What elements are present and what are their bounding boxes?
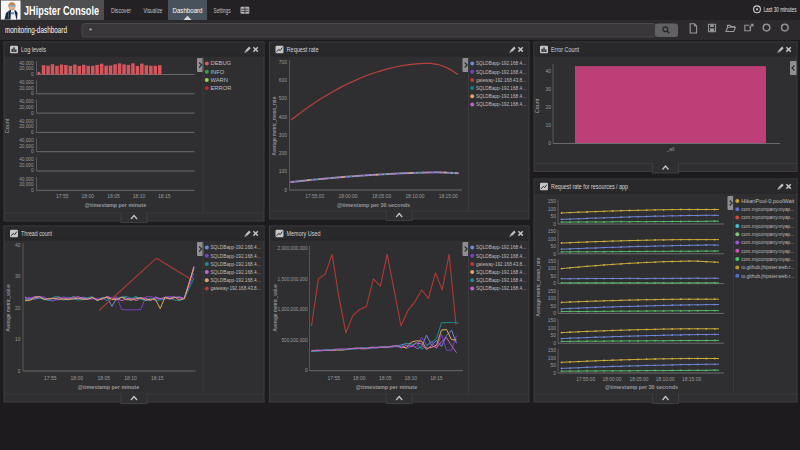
svg-text:DEBUG: DEBUG — [211, 60, 232, 66]
svg-text:17:55: 17:55 — [56, 193, 69, 199]
svg-text:18:00:00: 18:00:00 — [338, 194, 357, 199]
svg-text:Count: Count — [4, 118, 10, 133]
svg-text:150: 150 — [548, 318, 556, 323]
svg-text:0: 0 — [553, 311, 556, 316]
svg-text:200: 200 — [279, 151, 287, 156]
svg-text:_all: _all — [666, 146, 675, 152]
svg-text:17:55: 17:55 — [328, 375, 341, 381]
svg-text:io.github.jhipster.web.r...: io.github.jhipster.web.r... — [741, 273, 794, 279]
svg-text:18:15:00: 18:15:00 — [682, 377, 701, 382]
svg-text:100: 100 — [548, 237, 556, 242]
svg-text:0: 0 — [284, 188, 287, 193]
svg-text:20,000: 20,000 — [19, 144, 34, 149]
svg-text:Dashboard: Dashboard — [173, 7, 203, 14]
svg-text:20,000: 20,000 — [19, 86, 34, 91]
svg-text:150: 150 — [548, 259, 556, 264]
svg-text:0: 0 — [31, 149, 34, 154]
svg-text:Average metric_mean_rate: Average metric_mean_rate — [536, 257, 541, 316]
svg-text:@timestamp per 30 seconds: @timestamp per 30 seconds — [337, 202, 410, 208]
svg-text:SQLDBapp-192.168.4...: SQLDBapp-192.168.4... — [211, 277, 261, 283]
svg-text:18:15: 18:15 — [158, 193, 171, 199]
svg-text:150: 150 — [548, 289, 556, 294]
svg-text:SQLDBapp-192.168.4...: SQLDBapp-192.168.4... — [476, 85, 526, 91]
svg-text:gateway-192.168.43.8...: gateway-192.168.43.8... — [476, 261, 526, 267]
svg-text:SQLDBapp-192.168.4...: SQLDBapp-192.168.4... — [476, 253, 526, 259]
svg-text:40,000: 40,000 — [19, 138, 34, 143]
svg-text:0: 0 — [553, 281, 556, 286]
svg-text:18:00:00: 18:00:00 — [602, 377, 621, 382]
svg-text:20,000: 20,000 — [19, 182, 34, 187]
svg-text:HikariPool-0.poolWait: HikariPool-0.poolWait — [741, 198, 794, 204]
svg-text:com.mycompany.myap...: com.mycompany.myap... — [741, 239, 794, 245]
svg-text:JHipster Console: JHipster Console — [24, 4, 99, 18]
svg-text:SQLDBapp-192.168.4...: SQLDBapp-192.168.4... — [211, 269, 261, 275]
svg-text:100: 100 — [548, 356, 556, 361]
svg-text:com.mycompany.myap...: com.mycompany.myap... — [741, 214, 794, 220]
svg-text:40: 40 — [546, 69, 552, 74]
svg-text:600: 600 — [279, 78, 287, 83]
svg-text:0: 0 — [31, 130, 34, 135]
svg-text:18:00: 18:00 — [81, 193, 94, 199]
svg-text:0: 0 — [31, 91, 34, 96]
svg-text:20,000: 20,000 — [19, 163, 34, 168]
svg-text:0: 0 — [553, 341, 556, 346]
svg-text:SQLDBapp-192.168.4...: SQLDBapp-192.168.4... — [476, 93, 526, 99]
svg-text:1,000,000,000: 1,000,000,000 — [278, 307, 308, 312]
svg-text:ERROR: ERROR — [211, 85, 232, 91]
svg-text:50: 50 — [551, 244, 557, 249]
svg-text:io.github.jhipster.web.r...: io.github.jhipster.web.r... — [741, 264, 794, 270]
svg-text:18:10: 18:10 — [124, 375, 137, 381]
svg-text:100: 100 — [279, 169, 287, 174]
svg-text:17:55: 17:55 — [44, 375, 57, 381]
svg-text:18:00: 18:00 — [353, 375, 366, 381]
svg-text:18:15: 18:15 — [151, 375, 164, 381]
svg-text:500: 500 — [279, 96, 287, 101]
svg-text:20,000: 20,000 — [19, 105, 34, 110]
svg-text:40,000: 40,000 — [19, 177, 34, 182]
svg-text:SQLDBapp-192.168.4...: SQLDBapp-192.168.4... — [476, 277, 526, 283]
svg-text:INFO: INFO — [211, 69, 225, 75]
svg-text:0: 0 — [31, 111, 34, 116]
svg-text:@timestamp per minute: @timestamp per minute — [356, 384, 417, 390]
svg-text:0: 0 — [548, 141, 551, 146]
svg-text:50: 50 — [551, 304, 557, 309]
svg-text:10: 10 — [15, 337, 21, 342]
svg-text:@timestamp per minute: @timestamp per minute — [85, 202, 146, 208]
svg-text:17:55:00: 17:55:00 — [576, 377, 595, 382]
svg-text:50: 50 — [551, 214, 557, 219]
svg-text:Request rate for resources / a: Request rate for resources / app — [551, 183, 628, 191]
svg-text:SQLDBapp-192.168.4...: SQLDBapp-192.168.4... — [476, 269, 526, 275]
svg-text:100: 100 — [548, 207, 556, 212]
svg-text:18:15: 18:15 — [430, 375, 443, 381]
svg-text:SQLDBapp-192.168.4...: SQLDBapp-192.168.4... — [476, 69, 526, 75]
svg-text:com.mycompany.myap...: com.mycompany.myap... — [741, 206, 794, 212]
svg-text:50: 50 — [551, 274, 557, 279]
svg-text:0: 0 — [31, 188, 34, 193]
svg-text:18:05:00: 18:05:00 — [372, 194, 391, 199]
svg-text:0: 0 — [31, 168, 34, 173]
svg-text:18:00: 18:00 — [71, 375, 84, 381]
svg-text:@timestamp per minute: @timestamp per minute — [78, 384, 139, 390]
svg-text:Average metric_mean_rate: Average metric_mean_rate — [272, 96, 277, 155]
svg-text:SQLDBapp-192.168.4...: SQLDBapp-192.168.4... — [211, 261, 261, 267]
svg-text:monitoring-dashboard: monitoring-dashboard — [5, 25, 67, 35]
svg-text:Visualize: Visualize — [144, 7, 163, 14]
svg-text:Settings: Settings — [214, 7, 231, 15]
svg-text:50: 50 — [551, 363, 557, 368]
svg-text:20: 20 — [546, 105, 552, 110]
svg-text:100: 100 — [548, 326, 556, 331]
svg-text:0: 0 — [18, 369, 21, 374]
svg-text:18:15:00: 18:15:00 — [439, 194, 458, 199]
svg-text:40,000: 40,000 — [19, 80, 34, 85]
svg-text:18:10: 18:10 — [404, 375, 417, 381]
svg-text:100: 100 — [548, 296, 556, 301]
svg-text:Request rate: Request rate — [287, 46, 319, 54]
svg-text:18:05: 18:05 — [107, 193, 120, 199]
svg-text:0: 0 — [553, 371, 556, 376]
svg-text:30: 30 — [546, 87, 552, 92]
svg-text:40,000: 40,000 — [19, 157, 34, 162]
svg-text:20: 20 — [15, 306, 21, 311]
svg-text:20,000: 20,000 — [19, 124, 34, 129]
svg-text:40,000: 40,000 — [19, 99, 34, 104]
svg-text:com.mycompany.myap...: com.mycompany.myap... — [741, 223, 794, 229]
